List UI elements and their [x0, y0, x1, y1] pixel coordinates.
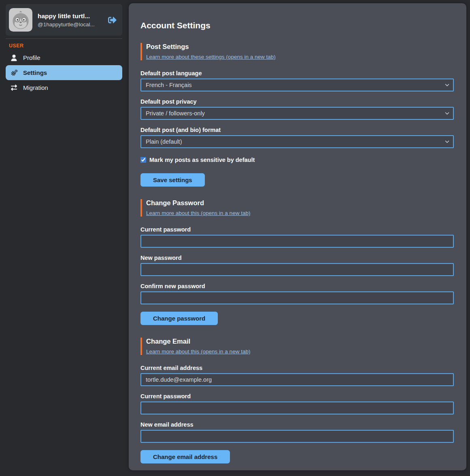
field-label: Confirm new password	[140, 283, 454, 289]
page-background: { "colors": { "page_bg": "#282a2e", "pan…	[0, 0, 470, 476]
change-email-learn-more-link[interactable]: Learn more about this (opens in a new ta…	[146, 348, 250, 355]
post-settings-section-header: Post Settings Learn more about these set…	[140, 43, 454, 60]
user-names: happy little turtl... @1happyturtle@loca…	[38, 13, 102, 28]
sidebar-divider	[6, 38, 122, 39]
default-post-privacy-field: Default post privacy Private / followers…	[140, 98, 454, 120]
sign-out-icon	[108, 16, 117, 24]
sidebar-item-label: Migration	[23, 84, 48, 91]
sidebar-section-label: USER	[9, 43, 122, 49]
change-password-learn-more-link[interactable]: Learn more about this (opens in a new ta…	[146, 210, 250, 216]
sidebar-item-label: Profile	[23, 54, 40, 61]
section-title: Change Email	[146, 338, 454, 345]
user-card: happy little turtl... @1happyturtle@loca…	[6, 4, 122, 36]
field-label: Default post privacy	[140, 98, 454, 105]
user-display-name: happy little turtl...	[38, 13, 102, 20]
field-label: New password	[140, 255, 454, 261]
mark-sensitive-checkbox[interactable]	[140, 157, 146, 163]
sidebar: happy little turtl... @1happyturtle@loca…	[6, 4, 122, 95]
user-icon	[10, 55, 18, 61]
new-email-field: New email address	[140, 421, 454, 443]
field-label: Current password	[140, 393, 454, 400]
sidebar-item-profile[interactable]: Profile	[6, 51, 122, 64]
page-title: Account Settings	[140, 21, 454, 30]
email-current-password-input[interactable]	[140, 402, 454, 414]
change-email-address-button[interactable]: Change email address	[140, 450, 230, 463]
section-title: Post Settings	[146, 43, 454, 51]
transfer-arrows-icon	[10, 85, 18, 91]
default-post-format-field: Default post (and bio) format Plain (def…	[140, 127, 454, 148]
email-current-password-field: Current password	[140, 393, 454, 414]
default-post-language-field: Default post language French - Français	[140, 70, 454, 91]
default-post-format-select[interactable]: Plain (default)	[140, 135, 454, 148]
sidebar-item-settings[interactable]: Settings	[6, 65, 122, 80]
sidebar-item-migration[interactable]: Migration	[6, 81, 122, 94]
post-settings-learn-more-link[interactable]: Learn more about these settings (opens i…	[146, 54, 276, 60]
mark-sensitive-checkbox-row[interactable]: Mark my posts as sensitive by default	[140, 157, 454, 163]
sloth-avatar	[9, 8, 32, 32]
new-email-input[interactable]	[140, 430, 454, 443]
default-post-language-select[interactable]: French - Français	[140, 79, 454, 91]
current-email-input[interactable]	[140, 373, 454, 386]
current-password-input[interactable]	[140, 235, 454, 248]
confirm-new-password-field: Confirm new password	[140, 283, 454, 304]
field-label: Current email address	[140, 365, 454, 371]
new-password-field: New password	[140, 255, 454, 276]
user-handle: @1happyturtle@local...	[38, 21, 102, 28]
sidebar-item-label: Settings	[23, 69, 47, 76]
field-label: Default post language	[140, 70, 454, 76]
field-label: Default post (and bio) format	[140, 127, 454, 133]
confirm-new-password-input[interactable]	[140, 291, 454, 304]
field-label: Current password	[140, 226, 454, 233]
section-title: Change Password	[146, 199, 454, 207]
logout-button[interactable]	[107, 15, 117, 25]
field-label: New email address	[140, 421, 454, 428]
checkbox-label: Mark my posts as sensitive by default	[149, 157, 255, 163]
current-password-field: Current password	[140, 226, 454, 248]
account-settings-panel: Account Settings Post Settings Learn mor…	[129, 3, 466, 470]
save-settings-button[interactable]: Save settings	[140, 173, 205, 187]
gears-icon	[10, 69, 18, 76]
current-email-field: Current email address	[140, 365, 454, 386]
change-email-section-header: Change Email Learn more about this (open…	[140, 338, 454, 355]
change-password-section-header: Change Password Learn more about this (o…	[140, 199, 454, 217]
default-post-privacy-select[interactable]: Private / followers-only	[140, 107, 454, 120]
new-password-input[interactable]	[140, 263, 454, 276]
change-password-button[interactable]: Change password	[140, 312, 218, 325]
